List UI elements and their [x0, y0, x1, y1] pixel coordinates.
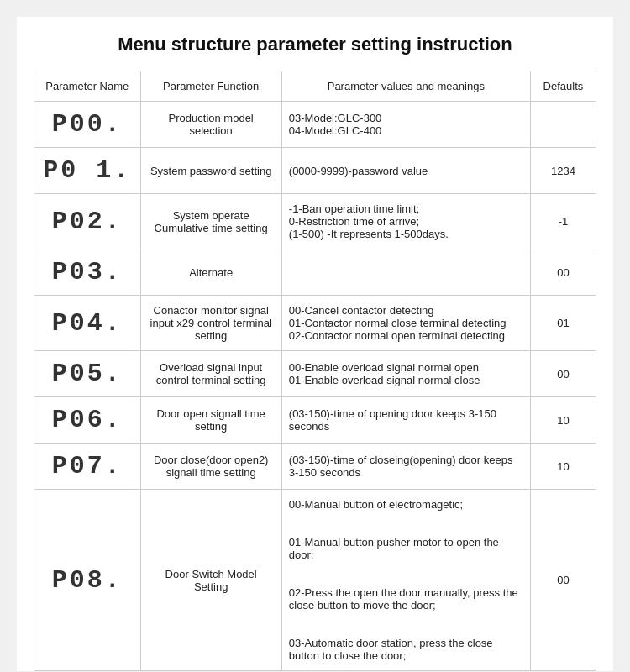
param-values-cell: 00-Manual button of electromagetic;01-Ma…: [281, 490, 530, 671]
table-row: P08.Door Switch Model Setting00-Manual b…: [34, 490, 596, 671]
param-default-cell: 10: [530, 397, 596, 444]
table-row: P02.System operate Cumulative time setti…: [34, 194, 596, 249]
header-param-values: Parameter values and meanings: [281, 71, 530, 102]
table-row: P07.Door close(door open2) signall time …: [34, 444, 596, 490]
header-param-function: Parameter Function: [140, 71, 281, 102]
param-function-cell: Door open signall time setting: [140, 397, 281, 444]
page-container: Menu structure parameter setting instruc…: [17, 17, 613, 671]
table-row: P04.Conactor monitor signal input x29 co…: [34, 296, 596, 351]
param-code: P04.: [52, 309, 123, 338]
param-function-cell: Alternate: [140, 249, 281, 296]
param-default-cell: 1234: [530, 148, 596, 194]
param-code-cell: P08.: [34, 490, 141, 671]
param-code: P08.: [52, 566, 123, 595]
param-code: P00.: [52, 110, 123, 139]
param-values-cell: 03-Model:GLC-30004-Model:GLC-400: [281, 102, 530, 148]
param-values-cell: (0000-9999)-password value: [281, 148, 530, 194]
header-defaults: Defaults: [530, 71, 596, 102]
param-code-cell: P00.: [34, 102, 141, 148]
param-function-cell: Production model selection: [140, 102, 281, 148]
param-function-cell: System operate Cumulative time setting: [140, 194, 281, 249]
param-code: P03.: [52, 258, 123, 286]
param-values-cell: (03-150)-time of closeing(opening) door …: [281, 444, 530, 490]
param-default-cell: [530, 102, 596, 148]
table-row: P05.Overload signal input control termin…: [34, 351, 596, 397]
table-row: P0 1.System password setting(0000-9999)-…: [34, 148, 596, 194]
param-default-cell: 01: [530, 296, 596, 351]
param-code-cell: P05.: [34, 351, 141, 397]
param-code: P06.: [52, 406, 123, 434]
param-values-cell: -1-Ban operation time limit;0-Restrictio…: [281, 194, 530, 249]
table-row: P03.Alternate00: [34, 249, 596, 296]
table-row: P06.Door open signall time setting(03-15…: [34, 397, 596, 444]
header-param-name: Parameter Name: [34, 71, 141, 102]
param-code-cell: P0 1.: [34, 148, 141, 194]
param-code-cell: P02.: [34, 194, 141, 249]
param-code-cell: P04.: [34, 296, 141, 351]
param-default-cell: -1: [530, 194, 596, 249]
param-values-cell: 00-Enable overload signal normal open01-…: [281, 351, 530, 397]
param-code: P07.: [52, 452, 123, 480]
param-function-cell: Conactor monitor signal input x29 contro…: [140, 296, 281, 351]
param-function-cell: Door Switch Model Setting: [140, 490, 281, 671]
param-code-cell: P07.: [34, 444, 141, 490]
param-code: P02.: [52, 207, 123, 236]
table-row: P00.Production model selection03-Model:G…: [34, 102, 596, 148]
param-default-cell: 00: [530, 351, 596, 397]
param-code-cell: P06.: [34, 397, 141, 444]
param-code: P0 1.: [43, 156, 131, 185]
param-values-cell: (03-150)-time of opening door keeps 3-15…: [281, 397, 530, 444]
param-function-cell: System password setting: [140, 148, 281, 194]
param-values-cell: [281, 249, 530, 296]
param-function-cell: Overload signal input control terminal s…: [140, 351, 281, 397]
param-default-cell: 00: [530, 249, 596, 296]
param-code-cell: P03.: [34, 249, 141, 296]
param-function-cell: Door close(door open2) signall time sett…: [140, 444, 281, 490]
page-title: Menu structure parameter setting instruc…: [34, 34, 596, 55]
parameter-table: Parameter Name Parameter Function Parame…: [34, 71, 596, 671]
param-default-cell: 10: [530, 444, 596, 490]
param-default-cell: 00: [530, 490, 596, 671]
param-code: P05.: [52, 360, 123, 388]
param-values-cell: 00-Cancel contactor detecting01-Contacto…: [281, 296, 530, 351]
